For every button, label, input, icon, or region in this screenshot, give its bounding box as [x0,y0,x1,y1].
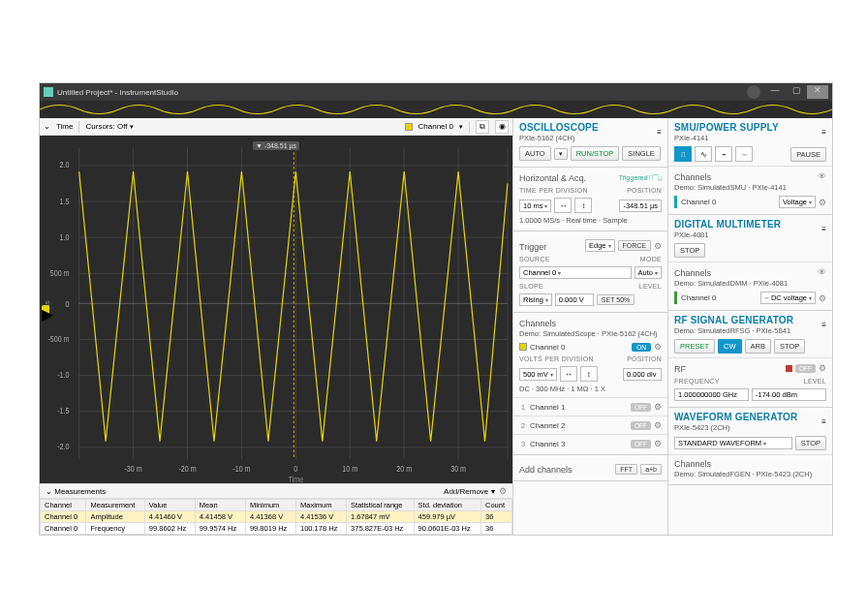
horiz-acq-title: Horizontal & Acq. [519,173,586,183]
trigger-source-select[interactable]: Channel 0▾ [519,266,632,279]
smu-pause-button[interactable]: PAUSE [790,147,826,162]
table-header[interactable]: Statistical range [347,500,414,511]
dmm-menu-icon[interactable]: ≡ [821,225,826,233]
measurements-table: ChannelMeasurementValueMeanMinimumMaximu… [40,499,512,535]
smu-visibility-icon[interactable]: 👁 [818,171,826,181]
run-stop-button[interactable]: RUN/STOP [571,146,620,161]
ch2-settings-icon[interactable]: ⚙ [654,420,662,430]
table-header[interactable]: Std. deviation [414,500,480,511]
table-header[interactable]: Maximum [296,500,347,511]
ch0-on-toggle[interactable]: ON [632,343,651,352]
smu-ch0-settings-icon[interactable]: ⚙ [819,198,826,207]
fft-button[interactable]: FFT [615,464,637,475]
dmm-settings-icon[interactable]: ⚙ [819,293,826,303]
rfsg-stop-button[interactable]: STOP [774,339,805,354]
table-header[interactable]: Value [144,500,195,511]
add-remove-button[interactable]: Add/Remove ▾ [444,487,494,496]
channel0-color-swatch [405,123,413,131]
window-titlebar: Untitled Project* - InstrumentStudio — ▢… [40,83,832,101]
app-icon [44,87,53,97]
svg-text:-30 m: -30 m [125,464,143,474]
wfg-stop-button[interactable]: STOP [795,436,826,450]
cursors-dropdown[interactable]: Cursors: Off ▾ [85,122,133,131]
cursor-value-label: ▼ -348.51 µs [253,141,299,150]
table-row[interactable]: Channel 0Frequency99.8602 Hz99.9574 Hz99… [41,523,512,535]
smu-menu-icon[interactable]: ≡ [821,128,826,137]
svg-text:10 m: 10 m [342,464,357,474]
time-per-div-select[interactable]: 10 ms▾ [519,200,551,212]
rfsg-demo: Demo: SimulatedRFSG · PXIe-5841 [674,326,793,335]
dmm-mode-select[interactable]: ⎓ DC voltage▾ [760,292,816,304]
rfsg-arb-button[interactable]: ARB [745,339,771,354]
horiz-zoom-out-icon[interactable]: ↔ [554,198,572,213]
dmm-device: PXIe-4081 [674,231,781,239]
smu-mode2-icon[interactable]: ∿ [695,146,712,162]
trigger-type-select[interactable]: Edge▾ [585,239,615,252]
svg-text:0: 0 [294,464,297,474]
smu-mode1-icon[interactable]: ⎍ [674,146,692,162]
ch3-settings-icon[interactable]: ⚙ [654,439,662,448]
math-button[interactable]: a+b [640,464,662,475]
horiz-position-field[interactable]: -348.51 µs [619,200,662,212]
channel-dropdown-icon[interactable]: ▾ [459,123,463,131]
channel0-ground-marker[interactable]: ▶ [42,305,49,315]
time-mode-label[interactable]: Time [56,122,73,131]
smu-ch0-mode-select[interactable]: Voltage▾ [779,196,816,208]
rf-off-toggle[interactable]: OFF [795,364,816,373]
auto-button[interactable]: AUTO [519,146,551,161]
table-header[interactable]: Channel [41,500,86,511]
channel0-label[interactable]: Channel 0 [418,122,453,131]
smu-mode4-icon[interactable]: ⎓ [735,146,753,162]
trigger-level-field[interactable]: 0.000 V [555,293,594,306]
trigger-settings-icon[interactable]: ⚙ [654,241,662,251]
scope-plot[interactable]: ▼ -348.51 µs ▶ 2.0 1.5 [40,136,512,483]
table-header[interactable]: Measurement [86,500,144,511]
trigger-slope-select[interactable]: Rising▾ [519,293,552,306]
table-header[interactable]: Count [481,500,512,511]
collapse-icon[interactable]: ⌄ [44,122,50,131]
ch0-position-field[interactable]: 0.000 div [623,368,662,381]
view-icon[interactable]: ◉ [495,120,509,134]
dmm-stop-button[interactable]: STOP [674,243,705,258]
dmm-visibility-icon[interactable]: 👁 [818,267,826,277]
wfg-mode-select[interactable]: STANDARD WAVEFORM▾ [674,437,792,449]
svg-text:-1.5: -1.5 [57,407,70,416]
table-header[interactable]: Minimum [245,500,295,511]
rf-frequency-field[interactable]: 1.000000000 GHz [674,388,749,401]
trigger-mode-select[interactable]: Auto▾ [635,266,662,279]
ch1-off-toggle[interactable]: OFF [631,403,651,412]
osc-title: OSCILLOSCOPE [519,122,599,133]
force-trigger-button[interactable]: FORCE [618,240,652,251]
table-header[interactable]: Mean [195,500,245,511]
svg-text:0: 0 [66,299,70,309]
ch0-settings-icon[interactable]: ⚙ [654,342,662,352]
set-50-button[interactable]: SET 50% [597,294,635,305]
rfsg-cw-button[interactable]: CW [718,339,742,354]
smu-mode3-icon[interactable]: ⌁ [715,146,732,162]
measurements-settings-icon[interactable]: ⚙ [499,486,507,496]
table-row[interactable]: Channel 0Amplitude4.41460 V4.41458 V4.41… [41,511,512,523]
ch1-settings-icon[interactable]: ⚙ [654,402,662,412]
close-button[interactable]: ✕ [807,85,828,99]
auto-dropdown[interactable]: ▾ [554,148,568,160]
maximize-button[interactable]: ▢ [786,85,807,99]
wfg-menu-icon[interactable]: ≡ [821,417,826,426]
vert-zoom-in-icon[interactable]: ↕ [580,366,598,382]
ch2-off-toggle[interactable]: OFF [631,421,651,430]
minimize-button[interactable]: — [764,85,786,99]
ch3-off-toggle[interactable]: OFF [631,440,651,448]
vert-zoom-out-icon[interactable]: ↔ [560,366,577,382]
single-button[interactable]: SINGLE [622,146,661,161]
rf-settings-icon[interactable]: ⚙ [819,363,826,373]
rfsg-preset-button[interactable]: PRESET [674,339,715,354]
rfsg-menu-icon[interactable]: ≡ [821,321,826,329]
osc-menu-icon[interactable]: ≡ [657,128,662,137]
notification-icon[interactable] [747,85,760,99]
waveform-overview[interactable] [40,101,832,118]
osc-ch0-label: Channel 0 [530,343,565,352]
rf-level-field[interactable]: -174.00 dBm [752,388,826,401]
measurements-collapse-icon[interactable]: ⌄ [46,487,52,496]
graph-mode-icon[interactable]: ⧉ [476,120,489,134]
volts-per-div-select[interactable]: 500 mV▾ [519,368,557,381]
horiz-zoom-in-icon[interactable]: ↕ [574,198,592,213]
